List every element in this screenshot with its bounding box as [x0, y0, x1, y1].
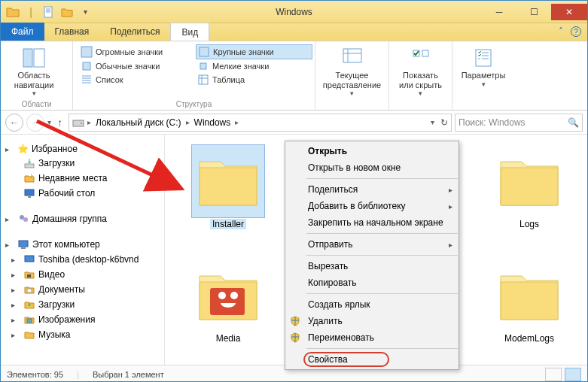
- tab-share[interactable]: Поделиться: [99, 23, 170, 41]
- ribbon: Область навигации ▾ Области Огромные зна…: [1, 41, 587, 111]
- menu-rename[interactable]: Переименовать: [285, 329, 459, 346]
- tree-music[interactable]: ▸Музыка: [1, 327, 164, 342]
- minimize-button[interactable]: ─: [482, 4, 516, 20]
- svg-rect-1: [23, 49, 32, 67]
- svg-rect-4: [200, 47, 209, 56]
- icons-l-button[interactable]: Крупные значки: [196, 44, 312, 59]
- star-icon: ⭐: [17, 144, 29, 154]
- recent-dropdown[interactable]: ▾: [47, 118, 51, 126]
- tab-file[interactable]: Файл: [1, 23, 44, 41]
- svg-rect-2: [34, 49, 44, 67]
- maximize-button[interactable]: ☐: [516, 4, 551, 20]
- tab-home[interactable]: Главная: [44, 23, 100, 41]
- folder-modemlogs[interactable]: ModemLogs: [484, 259, 574, 344]
- folder-modemlogs-label: ModemLogs: [504, 333, 554, 344]
- svg-rect-14: [25, 164, 34, 168]
- svg-rect-16: [28, 196, 31, 198]
- address-field[interactable]: ▸ Локальный диск (C:) ▸ Windows ▸ ▾ ↻: [69, 114, 452, 132]
- folder-media[interactable]: Media: [183, 259, 273, 344]
- pc-icon: [17, 238, 29, 250]
- folder-installer[interactable]: Installer: [183, 145, 273, 229]
- tree-downloads[interactable]: Загрузки: [1, 156, 164, 171]
- qat-dropdown[interactable]: ▾: [78, 5, 93, 20]
- tree-homegroup[interactable]: ▸Домашняя группа: [1, 211, 164, 226]
- folder-app-icon: [5, 5, 20, 20]
- svg-rect-7: [199, 75, 208, 84]
- menu-shortcut[interactable]: Создать ярлык: [285, 296, 459, 313]
- options-button[interactable]: Параметры▾: [459, 44, 508, 88]
- titlebar: | ▾ Windows ─ ☐ ✕: [1, 1, 587, 23]
- menu-delete[interactable]: Удалить: [285, 313, 459, 329]
- svg-rect-5: [83, 62, 90, 70]
- tree-desktop[interactable]: Рабочий стол: [1, 186, 164, 201]
- svg-point-27: [230, 292, 238, 299]
- shield-icon: [290, 316, 300, 326]
- folder-logs-label: Logs: [519, 219, 539, 229]
- current-view-button[interactable]: Текущее представление▾: [321, 44, 382, 98]
- list-button[interactable]: Список: [79, 73, 196, 86]
- refresh-icon[interactable]: ↻: [436, 117, 448, 128]
- svg-rect-19: [19, 241, 28, 247]
- folder-media-label: Media: [216, 333, 241, 344]
- video-icon: [23, 268, 35, 280]
- icons-s-button[interactable]: Мелкие значки: [196, 59, 312, 73]
- view-large-button[interactable]: [565, 368, 581, 381]
- svg-point-17: [20, 215, 24, 220]
- desktop-icon: [23, 187, 35, 199]
- context-menu: Открыть Открыть в новом окне Поделиться▸…: [285, 141, 459, 370]
- homegroup-icon: [17, 213, 29, 225]
- menu-share[interactable]: Поделиться▸: [285, 181, 459, 198]
- folder-logs[interactable]: Logs: [484, 145, 574, 229]
- up-button[interactable]: ↑: [54, 117, 66, 129]
- back-button[interactable]: ←: [5, 114, 23, 132]
- ribbon-tabs: Файл Главная Поделиться Вид ˄ ?: [1, 23, 587, 41]
- help-icon[interactable]: ?: [571, 26, 581, 37]
- drive-icon: [72, 117, 84, 129]
- properties-icon[interactable]: [41, 5, 56, 20]
- menu-pin-start[interactable]: Закрепить на начальном экране: [285, 214, 459, 231]
- recent-icon: [23, 172, 35, 184]
- tree-toshiba[interactable]: ▸Toshiba (desktop-k6bvnd: [1, 252, 164, 267]
- tree-favorites[interactable]: ▸⭐Избранное: [1, 142, 164, 156]
- nav-pane-button[interactable]: Область навигации ▾: [7, 44, 61, 98]
- show-hide-button[interactable]: Показать или скрыть▾: [395, 44, 446, 98]
- menu-open[interactable]: Открыть: [285, 143, 459, 159]
- svg-rect-8: [343, 49, 361, 62]
- svg-rect-20: [21, 247, 26, 249]
- crumb-folder[interactable]: Windows: [193, 117, 233, 128]
- tree-documents[interactable]: ▸Документы: [1, 282, 164, 297]
- status-count: Элементов: 95: [7, 370, 63, 379]
- addr-dropdown[interactable]: ▾: [431, 118, 434, 126]
- svg-rect-10: [422, 50, 428, 56]
- menu-open-new[interactable]: Открыть в новом окне: [285, 159, 459, 176]
- nav-pane-label: Область навигации: [7, 71, 61, 89]
- svg-point-13: [81, 123, 82, 124]
- menu-properties[interactable]: Свойства: [285, 351, 459, 368]
- tree-video[interactable]: ▸Видео: [1, 267, 164, 282]
- table-button[interactable]: Таблица: [196, 73, 312, 86]
- view-details-button[interactable]: [545, 368, 562, 381]
- search-input[interactable]: Поиск: Windows 🔍: [455, 114, 583, 132]
- crumb-drive[interactable]: Локальный диск (C:): [94, 117, 183, 128]
- menu-copy[interactable]: Копировать: [285, 274, 459, 291]
- tree-downloads2[interactable]: ▸Загрузки: [1, 297, 164, 312]
- svg-rect-11: [476, 50, 491, 66]
- tree-pictures[interactable]: ▸Изображения: [1, 312, 164, 327]
- tree-pc[interactable]: ▸Этот компьютер: [1, 237, 164, 252]
- tab-view[interactable]: Вид: [170, 23, 209, 41]
- nav-tree[interactable]: ▸⭐Избранное Загрузки Недавние места Рабо…: [1, 135, 165, 365]
- new-folder-icon[interactable]: [59, 5, 75, 20]
- menu-send-to[interactable]: Отправить▸: [285, 236, 459, 253]
- tree-recent[interactable]: Недавние места: [1, 171, 164, 186]
- pictures-icon: [23, 314, 35, 326]
- menu-add-library[interactable]: Добавить в библиотеку▸: [285, 198, 459, 214]
- svg-rect-15: [25, 189, 34, 196]
- menu-cut[interactable]: Вырезать: [285, 258, 459, 274]
- status-selection: Выбран 1 элемент: [93, 370, 164, 379]
- icons-xl-button[interactable]: Огромные значки: [79, 44, 196, 59]
- svg-point-26: [218, 292, 226, 299]
- close-button[interactable]: ✕: [551, 4, 587, 20]
- ribbon-collapse-icon[interactable]: ˄: [559, 26, 563, 37]
- icons-m-button[interactable]: Обычные значки: [79, 59, 196, 73]
- forward-button[interactable]: →: [26, 114, 44, 132]
